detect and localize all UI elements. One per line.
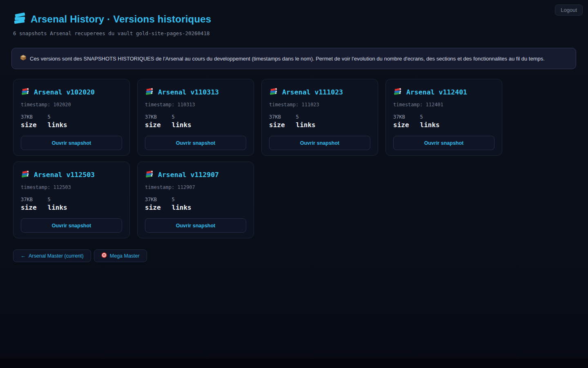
info-banner-text: Ces versions sont des SNAPSHOTS HISTORIQ…: [30, 56, 545, 62]
snapshot-title: Arsenal v111023: [282, 88, 343, 96]
stat-links-value: 5: [172, 114, 192, 120]
snapshot-stats: 37KB size 5 links: [145, 197, 246, 211]
snapshot-stats: 37KB size 5 links: [21, 197, 122, 211]
snapshot-card-header: Arsenal v112401: [393, 88, 494, 97]
page-header: Arsenal History · Versions historiques: [13, 12, 575, 26]
snapshot-card: Arsenal v112907 timestamp: 112907 37KB s…: [137, 162, 254, 238]
books-icon: [393, 88, 402, 97]
package-icon: [20, 54, 27, 63]
footer-nav: ← Arsenal Master (current) Mega Master: [13, 249, 575, 262]
open-snapshot-button[interactable]: Ouvrir snapshot: [145, 136, 246, 150]
snapshot-title: Arsenal v112503: [34, 171, 95, 179]
stat-size-label: size: [21, 204, 37, 211]
stat-size: 37KB size: [393, 114, 409, 129]
snapshot-card-header: Arsenal v110313: [145, 88, 246, 97]
stat-size-label: size: [145, 121, 161, 129]
mega-master-label: Mega Master: [110, 253, 140, 259]
arsenal-master-button[interactable]: ← Arsenal Master (current): [13, 249, 91, 262]
snapshot-timestamp: timestamp: 111023: [269, 102, 370, 108]
stat-links: 5 links: [172, 114, 192, 129]
snapshot-card: Arsenal v112401 timestamp: 112401 37KB s…: [385, 79, 502, 156]
stat-links-label: links: [172, 121, 192, 129]
snapshot-title: Arsenal v110313: [158, 88, 219, 96]
mega-master-button[interactable]: Mega Master: [94, 249, 147, 262]
stat-links-value: 5: [48, 197, 67, 202]
snapshot-card: Arsenal v111023 timestamp: 111023 37KB s…: [261, 79, 378, 156]
open-snapshot-button[interactable]: Ouvrir snapshot: [269, 136, 370, 150]
snapshot-card-header: Arsenal v112907: [145, 170, 246, 180]
snapshot-timestamp: timestamp: 110313: [145, 102, 246, 108]
snapshot-card-header: Arsenal v111023: [269, 88, 370, 97]
stat-links-label: links: [296, 121, 316, 129]
snapshot-stats: 37KB size 5 links: [393, 114, 494, 129]
stat-size: 37KB size: [21, 114, 37, 129]
snapshot-card: Arsenal v112503 timestamp: 112503 37KB s…: [13, 162, 130, 238]
books-icon: [21, 170, 30, 180]
stat-size-value: 37KB: [145, 197, 161, 202]
stat-links: 5 links: [48, 114, 67, 129]
snapshot-card: Arsenal v110313 timestamp: 110313 37KB s…: [137, 79, 254, 156]
stat-size-label: size: [269, 121, 285, 129]
arsenal-master-label: Arsenal Master (current): [29, 253, 84, 259]
snapshot-card: Arsenal v102020 timestamp: 102020 37KB s…: [13, 79, 130, 156]
snapshot-timestamp: timestamp: 102020: [21, 102, 122, 108]
open-snapshot-button[interactable]: Ouvrir snapshot: [21, 218, 122, 233]
stat-size-label: size: [393, 121, 409, 129]
books-stack-logo-icon: [13, 12, 26, 26]
snapshot-title: Arsenal v112401: [406, 88, 467, 96]
snapshot-timestamp: timestamp: 112401: [393, 102, 494, 108]
snapshot-timestamp: timestamp: 112907: [145, 184, 246, 190]
stat-size-value: 37KB: [145, 114, 161, 120]
stat-links-label: links: [420, 121, 440, 129]
stat-size-value: 37KB: [393, 114, 409, 120]
snapshot-stats: 37KB size 5 links: [145, 114, 246, 129]
snapshot-title: Arsenal v112907: [158, 171, 219, 179]
snapshot-card-header: Arsenal v112503: [21, 170, 122, 180]
open-snapshot-button[interactable]: Ouvrir snapshot: [393, 136, 494, 150]
snapshot-card-header: Arsenal v102020: [21, 88, 122, 97]
books-icon: [145, 170, 154, 180]
snapshot-stats: 37KB size 5 links: [269, 114, 370, 129]
snapshot-title: Arsenal v102020: [34, 88, 95, 96]
stat-size-value: 37KB: [21, 114, 37, 120]
logout-button[interactable]: Logout: [555, 4, 583, 16]
books-icon: [21, 88, 30, 97]
stat-links-value: 5: [172, 197, 192, 202]
books-icon: [145, 88, 154, 97]
stat-size-value: 37KB: [269, 114, 285, 120]
stat-size: 37KB size: [145, 197, 161, 211]
snapshot-timestamp: timestamp: 112503: [21, 184, 122, 190]
stat-links-label: links: [48, 121, 67, 129]
stat-links: 5 links: [172, 197, 192, 211]
snapshot-cards-grid: Arsenal v102020 timestamp: 102020 37KB s…: [13, 79, 575, 238]
stat-links-value: 5: [48, 114, 67, 120]
stat-links-label: links: [172, 204, 192, 211]
stat-links-label: links: [48, 204, 67, 211]
left-arrow-icon: ←: [20, 253, 26, 259]
books-icon: [269, 88, 278, 97]
stat-links-value: 5: [420, 114, 440, 120]
stat-size-label: size: [21, 121, 37, 129]
page-subtitle: 6 snapshots Arsenal recuperees du vault …: [13, 30, 575, 36]
stat-links: 5 links: [48, 197, 67, 211]
open-snapshot-button[interactable]: Ouvrir snapshot: [21, 136, 122, 150]
stat-size: 37KB size: [21, 197, 37, 211]
stat-links-value: 5: [296, 114, 316, 120]
stat-size: 37KB size: [269, 114, 285, 129]
open-snapshot-button[interactable]: Ouvrir snapshot: [145, 218, 246, 233]
stat-size-label: size: [145, 204, 161, 211]
stat-links: 5 links: [296, 114, 316, 129]
info-banner: Ces versions sont des SNAPSHOTS HISTORIQ…: [11, 48, 576, 69]
target-icon: [101, 252, 107, 259]
snapshot-stats: 37KB size 5 links: [21, 114, 122, 129]
stat-size: 37KB size: [145, 114, 161, 129]
stat-size-value: 37KB: [21, 197, 37, 202]
arsenal-history-page: Logout Arsenal History · Versions histor…: [0, 0, 588, 359]
page-title: Arsenal History · Versions historiques: [31, 13, 211, 25]
stat-links: 5 links: [420, 114, 440, 129]
